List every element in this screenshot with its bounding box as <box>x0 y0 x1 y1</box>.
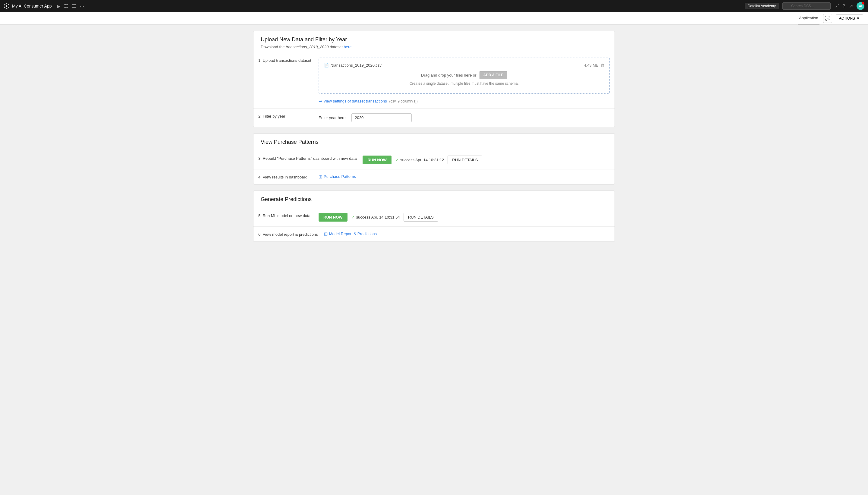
view-settings-row: ➡ View settings of dataset transactions … <box>318 96 610 103</box>
step6-content: ◫ Model Report & Predictions <box>324 232 610 236</box>
file-info: 📄 /transactions_2019_2020.csv <box>324 63 382 68</box>
dataset-name: transactions_2019_2020 <box>286 45 329 49</box>
upload-hint: Creates a single dataset: multiple files… <box>324 81 604 86</box>
view-settings-info: (csv, 9 column(s)) <box>389 99 417 103</box>
step4-label: 4. View results in dashboard <box>258 174 313 180</box>
add-file-button[interactable]: ADD A FILE <box>480 71 507 79</box>
step3-row: 3. Rebuild "Purchase Patterns" dashboard… <box>254 151 614 169</box>
actions-button[interactable]: ACTIONS ▼ <box>836 15 863 22</box>
subtitle-suffix: dataset <box>329 45 344 49</box>
user-avatar[interactable]: AI <box>856 2 864 10</box>
grid-apps-icon[interactable]: ⋰ <box>834 3 839 9</box>
actions-label: ACTIONS <box>839 16 855 20</box>
step3-content: RUN NOW ✓ success Apr. 14 10:31:12 RUN D… <box>363 156 610 164</box>
model-report-icon: ◫ <box>324 232 328 236</box>
purchase-patterns-link[interactable]: ◫ Purchase Patterns <box>318 174 356 179</box>
purchase-patterns-header: View Purchase Patterns <box>254 134 614 151</box>
step1-content: 📄 /transactions_2019_2020.csv 4.43 MB 🗑 … <box>318 57 610 103</box>
arrow-right-icon: ➡ <box>318 99 322 103</box>
purchase-patterns-title: View Purchase Patterns <box>261 139 607 145</box>
notification-dot <box>862 2 864 4</box>
main-content: Upload New Data and Filter by Year Downl… <box>247 25 621 254</box>
purchase-patterns-section-card: View Purchase Patterns 3. Rebuild "Purch… <box>253 133 615 185</box>
generate-predictions-header: Generate Predictions <box>254 191 614 208</box>
step3-run-details-button[interactable]: RUN DETAILS <box>448 156 482 164</box>
more-icon[interactable]: ⋯ <box>80 3 84 9</box>
step6-label: 6. View model report & predictions <box>258 232 318 237</box>
academy-button[interactable]: Dataiku Academy <box>745 3 779 9</box>
upload-section-subtitle: Download the transactions_2019_2020 data… <box>261 45 607 49</box>
delete-file-icon[interactable]: 🗑 <box>601 63 604 68</box>
step5-label: 5. Run ML model on new data <box>258 213 313 218</box>
step3-actions: RUN NOW ✓ success Apr. 14 10:31:12 RUN D… <box>363 156 610 164</box>
dashboard-icon: ◫ <box>318 174 322 179</box>
step5-status-text: success Apr. 14 10:31:54 <box>356 215 400 220</box>
search-input[interactable] <box>782 2 831 10</box>
step5-run-details-button[interactable]: RUN DETAILS <box>403 213 438 222</box>
generate-predictions-title: Generate Predictions <box>261 196 607 203</box>
file-size-row: 4.43 MB 🗑 <box>584 63 604 68</box>
step4-row: 4. View results in dashboard ◫ Purchase … <box>254 169 614 184</box>
top-navigation: My AI Consumer App ▶ ☷ ☰ ⋯ Dataiku Acade… <box>0 0 868 12</box>
nav-icons: ▶ ☷ ☰ ⋯ <box>57 3 84 9</box>
grid-icon[interactable]: ☷ <box>64 3 68 9</box>
upload-section-card: Upload New Data and Filter by Year Downl… <box>253 31 615 127</box>
top-nav-right: Dataiku Academy 🔍 ⋰ ? ↗ AI <box>745 2 864 10</box>
upload-drop-text: Drag and drop your files here or ADD A F… <box>324 71 604 79</box>
generate-predictions-section-card: Generate Predictions 5. Run ML model on … <box>253 190 615 242</box>
application-tab[interactable]: Application <box>798 12 819 24</box>
app-name: My AI Consumer App <box>12 4 52 8</box>
view-settings-link[interactable]: ➡ View settings of dataset transactions <box>318 99 387 103</box>
step5-run-now-button[interactable]: RUN NOW <box>318 213 347 222</box>
comment-icon[interactable]: 💬 <box>823 14 832 23</box>
step5-success-icon: ✓ <box>351 215 355 220</box>
step5-actions: RUN NOW ✓ success Apr. 14 10:31:54 RUN D… <box>318 213 610 222</box>
search-wrapper: 🔍 <box>782 2 831 10</box>
step3-label: 3. Rebuild "Purchase Patterns" dashboard… <box>258 156 357 161</box>
step4-content: ◫ Purchase Patterns <box>318 174 610 179</box>
upload-file-row: 📄 /transactions_2019_2020.csv 4.43 MB 🗑 <box>324 63 604 68</box>
play-icon[interactable]: ▶ <box>57 3 60 9</box>
step2-label: 2. Filter by year <box>258 113 313 118</box>
step1-row: 1. Upload transactions dataset 📄 /transa… <box>254 53 614 108</box>
model-report-link[interactable]: ◫ Model Report & Predictions <box>324 232 377 236</box>
here-link[interactable]: here <box>344 45 351 49</box>
help-icon[interactable]: ? <box>843 3 845 9</box>
purchase-patterns-link-label: Purchase Patterns <box>324 174 356 179</box>
model-report-link-label: Model Report & Predictions <box>329 232 377 236</box>
step3-success-icon: ✓ <box>395 158 399 163</box>
step5-status: ✓ success Apr. 14 10:31:54 <box>351 215 400 220</box>
view-settings-label: View settings of dataset transactions <box>324 99 387 103</box>
drag-drop-label: Drag and drop your files here or <box>421 73 476 78</box>
step3-run-now-button[interactable]: RUN NOW <box>363 156 392 164</box>
file-name: /transactions_2019_2020.csv <box>331 63 382 68</box>
file-icon: 📄 <box>324 63 329 68</box>
subtitle-prefix: Download the <box>261 45 286 49</box>
subheader: Application 💬 ACTIONS ▼ <box>0 12 868 25</box>
dataiku-logo <box>4 3 10 9</box>
step2-row: 2. Filter by year Enter year here: <box>254 108 614 127</box>
filter-label: Enter year here: <box>318 116 347 120</box>
upload-section-title: Upload New Data and Filter by Year <box>261 36 607 43</box>
svg-point-1 <box>6 5 7 7</box>
step6-row: 6. View model report & predictions ◫ Mod… <box>254 226 614 241</box>
analytics-icon[interactable]: ↗ <box>849 3 853 9</box>
step5-row: 5. Run ML model on new data RUN NOW ✓ su… <box>254 208 614 226</box>
step2-content: Enter year here: <box>318 113 610 122</box>
list-icon[interactable]: ☰ <box>72 3 76 9</box>
step3-status: ✓ success Apr. 14 10:31:12 <box>395 158 444 163</box>
file-size-value: 4.43 MB <box>584 63 598 68</box>
upload-section-header: Upload New Data and Filter by Year Downl… <box>254 31 614 53</box>
upload-dropzone[interactable]: 📄 /transactions_2019_2020.csv 4.43 MB 🗑 … <box>318 57 610 94</box>
filter-row: Enter year here: <box>318 113 610 122</box>
step5-content: RUN NOW ✓ success Apr. 14 10:31:54 RUN D… <box>318 213 610 222</box>
year-input[interactable] <box>351 113 412 122</box>
step3-status-text: success Apr. 14 10:31:12 <box>400 158 444 162</box>
step1-label: 1. Upload transactions dataset <box>258 57 313 63</box>
chevron-down-icon: ▼ <box>856 16 860 20</box>
